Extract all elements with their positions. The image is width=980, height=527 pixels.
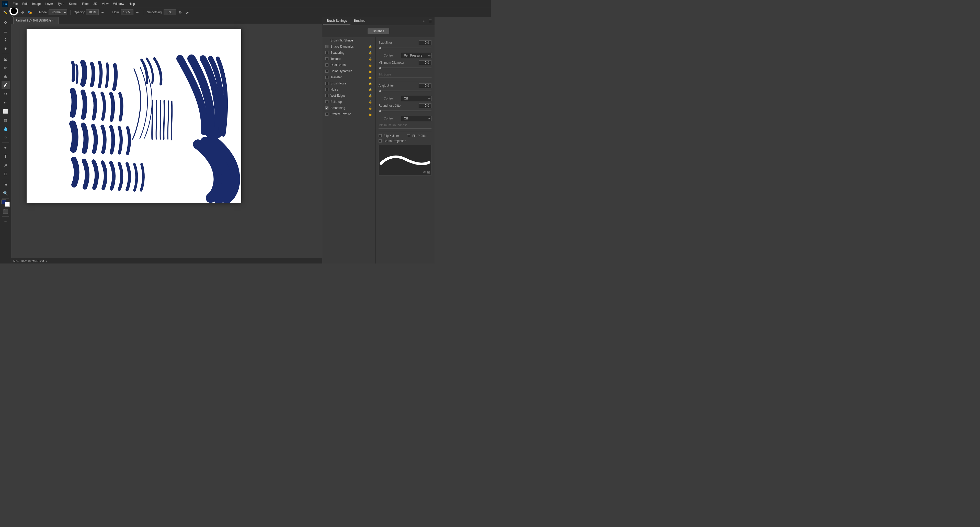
quick-mask-btn[interactable]: ⬛ xyxy=(2,207,10,216)
select-tool[interactable]: ▭ xyxy=(2,27,10,35)
smoothing-cb[interactable]: ✓ xyxy=(325,106,328,110)
opacity-input[interactable] xyxy=(86,10,99,15)
build-up-cb[interactable] xyxy=(325,100,328,103)
opacity-pen-icon[interactable]: ✒ xyxy=(100,9,106,15)
menu-edit[interactable]: Edit xyxy=(20,1,30,6)
wet-edges-cb[interactable] xyxy=(325,94,328,97)
more-tools[interactable]: ··· xyxy=(2,218,10,226)
shape-tool[interactable]: □ xyxy=(2,170,10,178)
menu-file[interactable]: File xyxy=(11,1,20,6)
scattering-cb[interactable] xyxy=(325,51,328,54)
canvas-wrapper xyxy=(27,29,241,203)
setting-dual-brush[interactable]: Dual Brush 🔒 xyxy=(322,62,375,68)
color-dynamics-lock: 🔒 xyxy=(369,70,372,73)
color-swatches[interactable] xyxy=(2,200,10,207)
lasso-tool[interactable]: ⌇ xyxy=(2,36,10,44)
setting-build-up[interactable]: Build-up 🔒 xyxy=(322,99,375,105)
menu-type[interactable]: Type xyxy=(56,1,66,6)
brush-pose-cb[interactable] xyxy=(325,82,328,85)
angle-jitter-slider[interactable] xyxy=(379,89,431,93)
panel-expand-icon[interactable]: » xyxy=(421,18,426,24)
setting-protect-texture[interactable]: Protect Texture 🔒 xyxy=(322,111,375,117)
size-jitter-slider[interactable] xyxy=(379,46,431,50)
brush-mask-icon[interactable]: 🎭 xyxy=(27,9,33,15)
crop-tool[interactable]: ⊡ xyxy=(2,55,10,63)
zoom-tool[interactable]: 🔍 xyxy=(2,189,10,197)
brushes-tab[interactable]: Brushes xyxy=(350,17,369,25)
canvas-background: Untitled-1 @ 50% (RGB/8#) * × xyxy=(11,17,322,264)
brush-preview-btn[interactable]: 66 xyxy=(9,6,18,18)
setting-wet-edges[interactable]: Wet Edges 🔒 xyxy=(322,93,375,99)
gradient-tool[interactable]: ▦ xyxy=(2,116,10,124)
brush-tool[interactable]: 🖌 xyxy=(2,81,10,89)
noise-cb[interactable] xyxy=(325,88,328,91)
setting-color-dynamics[interactable]: Color Dynamics 🔒 xyxy=(322,68,375,74)
texture-cb[interactable] xyxy=(325,57,328,61)
setting-noise[interactable]: Noise 🔒 xyxy=(322,86,375,93)
menu-help[interactable]: Help xyxy=(127,1,137,6)
setting-brush-tip-shape[interactable]: Brush Tip Shape xyxy=(322,37,375,43)
smoothing-extra-icon[interactable]: 🖌 xyxy=(185,9,191,15)
background-color[interactable] xyxy=(5,202,10,207)
setting-shape-dynamics[interactable]: ✓ Shape Dynamics 🔒 xyxy=(322,43,375,50)
preview-icon-2[interactable]: ⊞ xyxy=(427,170,430,174)
history-brush[interactable]: ↩ xyxy=(2,99,10,107)
clone-tool[interactable]: ✂ xyxy=(2,90,10,98)
hand-tool[interactable]: ☚ xyxy=(2,180,10,188)
setting-texture[interactable]: Texture 🔒 xyxy=(322,56,375,62)
blur-tool[interactable]: 💧 xyxy=(2,125,10,133)
min-diameter-header: Minimum Diameter 0% xyxy=(379,61,431,65)
flow-input[interactable] xyxy=(121,10,134,15)
brushes-button[interactable]: Brushes xyxy=(368,29,389,34)
eraser-tool[interactable]: ⬜ xyxy=(2,107,10,115)
menu-image[interactable]: Image xyxy=(30,1,43,6)
tilt-scale-header: Tilt Scale xyxy=(379,73,431,76)
setting-brush-pose[interactable]: Brush Pose 🔒 xyxy=(322,80,375,86)
magic-wand-tool[interactable]: ✦ xyxy=(2,45,10,53)
angle-control-label: Control: xyxy=(383,97,399,100)
menu-filter[interactable]: Filter xyxy=(80,1,91,6)
brush-projection-cb[interactable] xyxy=(379,139,382,142)
pen-tool[interactable]: ✒ xyxy=(2,144,10,152)
eyedropper-tool[interactable]: ✏ xyxy=(2,64,10,72)
setting-transfer[interactable]: Transfer 🔒 xyxy=(322,74,375,80)
path-selection[interactable]: ↗ xyxy=(2,161,10,169)
brush-tool-section: ✏️ 66 ⚙ 🎭 xyxy=(2,6,33,18)
document-tab[interactable]: Untitled-1 @ 50% (RGB/8#) * × xyxy=(13,17,59,24)
flow-pen-icon[interactable]: ✒ xyxy=(134,9,141,15)
move-tool[interactable]: ✛ xyxy=(2,18,10,27)
flip-x-cb[interactable] xyxy=(379,134,382,137)
menu-3d[interactable]: 3D xyxy=(91,1,99,6)
mode-dropdown[interactable]: Normal xyxy=(49,10,67,15)
setting-smoothing[interactable]: ✓ Smoothing 🔒 xyxy=(322,105,375,111)
color-dynamics-cb[interactable] xyxy=(325,70,328,73)
dual-brush-cb[interactable] xyxy=(325,64,328,67)
size-jitter-value: 0% xyxy=(419,40,431,45)
roundness-jitter-slider[interactable] xyxy=(379,109,431,113)
brush-settings-tab[interactable]: Brush Settings xyxy=(323,17,350,25)
setting-scattering[interactable]: Scattering 🔒 xyxy=(322,50,375,56)
shape-dynamics-cb[interactable]: ✓ xyxy=(325,45,328,48)
roundness-control-select[interactable]: Off Pen Pressure Fade xyxy=(401,116,432,121)
panel-menu-icon[interactable]: ☰ xyxy=(427,18,434,24)
preview-icon-1[interactable]: 👁 xyxy=(423,170,426,174)
dodge-tool[interactable]: ○ xyxy=(2,133,10,142)
protect-texture-cb[interactable] xyxy=(325,113,328,116)
tab-close-btn[interactable]: × xyxy=(54,19,56,22)
text-tool[interactable]: T xyxy=(2,152,10,161)
menu-view[interactable]: View xyxy=(100,1,111,6)
menu-select[interactable]: Select xyxy=(67,1,79,6)
menu-layer[interactable]: Layer xyxy=(43,1,55,6)
tilt-scale-label: Tilt Scale xyxy=(379,73,391,76)
min-diameter-slider[interactable] xyxy=(379,66,431,70)
smoothing-input[interactable] xyxy=(164,10,177,15)
brush-tool-icon[interactable]: ✏️ xyxy=(2,9,8,15)
flip-y-cb[interactable] xyxy=(407,134,410,137)
angle-control-select[interactable]: Off Pen Pressure Fade xyxy=(401,96,432,101)
heal-tool[interactable]: ⊕ xyxy=(2,72,10,81)
menu-window[interactable]: Window xyxy=(111,1,126,6)
size-control-select[interactable]: Pen Pressure Off Fade xyxy=(401,53,432,58)
brush-settings-icon[interactable]: ⚙ xyxy=(19,9,25,15)
transfer-cb[interactable] xyxy=(325,76,328,79)
smoothing-settings-icon[interactable]: ⚙ xyxy=(177,9,183,15)
